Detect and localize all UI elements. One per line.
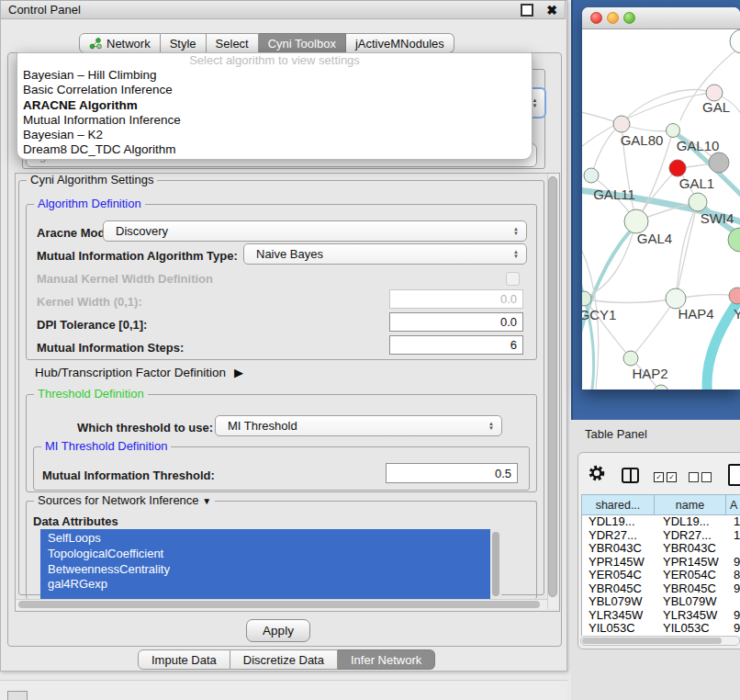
tab-cyni-toolbox[interactable]: Cyni Toolbox xyxy=(259,33,346,53)
table-row[interactable]: YER054CYER054C8. xyxy=(582,569,740,582)
aracne-mode-combo[interactable]: Discovery ▲▼ xyxy=(103,220,527,242)
data-attributes-list: SelfLoops TopologicalCoefficient Between… xyxy=(40,529,490,599)
tab-discretize-data[interactable]: Discretize Data xyxy=(230,649,338,670)
table-cell: YDR27... xyxy=(582,529,654,543)
table-cell: YDL19... xyxy=(582,515,654,529)
network-edge[interactable] xyxy=(584,299,676,303)
cyni-algorithm-settings-title: Cyni Algorithm Settings xyxy=(27,174,157,186)
document-icon[interactable] xyxy=(728,464,740,486)
close-icon[interactable]: ✖ xyxy=(546,4,557,17)
manual-kernel-checkbox xyxy=(506,272,520,286)
mi-steps-label: Mutual Information Steps: xyxy=(37,341,184,355)
network-edge[interactable] xyxy=(591,124,622,175)
minimize-traffic-light-icon[interactable] xyxy=(607,12,619,24)
mi-type-combo[interactable]: Naive Bayes ▲▼ xyxy=(243,243,527,265)
network-node[interactable] xyxy=(667,124,680,138)
dpi-tolerance-field[interactable]: 0.0 xyxy=(389,312,523,332)
node-label: GAL1 xyxy=(679,175,714,191)
network-canvas[interactable]: GALGAL80GAL10GAL11GAL1SWI4GAL4GCY1HAP4YH… xyxy=(582,29,740,390)
table-row[interactable]: YBL079WYBL079W xyxy=(582,595,740,609)
network-node[interactable] xyxy=(669,160,686,176)
close-traffic-light-icon[interactable] xyxy=(590,12,602,24)
select-all-columns-icon[interactable]: ✓ ✓ xyxy=(654,472,677,482)
table-cell: YLR345W xyxy=(582,609,654,623)
tab-impute-data[interactable]: Impute Data xyxy=(138,649,230,670)
network-icon xyxy=(89,38,102,50)
table-row[interactable]: YIL053CYIL053C9. xyxy=(582,622,740,636)
table-cell: 13 xyxy=(724,515,740,529)
dropdown-item[interactable]: Dream8 DC_TDC Algorithm xyxy=(17,142,532,157)
node-label: SWI4 xyxy=(701,210,734,226)
attributes-list-scrollbar-thumb[interactable] xyxy=(492,532,499,596)
collapse-down-arrow-icon: ▼ xyxy=(202,496,211,506)
control-panel-titlebar: Control Panel ✖ xyxy=(0,0,566,19)
column-header[interactable]: A xyxy=(726,495,740,514)
data-attributes-label: Data Attributes xyxy=(33,514,118,528)
kernel-width-label: Kernel Width (0,1): xyxy=(37,295,142,309)
hub-definition-expander[interactable]: Hub/Transcription Factor Definition ▶ xyxy=(35,366,243,379)
dropdown-item[interactable]: Bayesian – K2 xyxy=(17,128,532,142)
attribute-item-selected[interactable]: BetweennessCentrality xyxy=(40,562,490,578)
network-node[interactable] xyxy=(709,152,729,173)
dropdown-item[interactable]: Mutual Information Inference xyxy=(17,113,532,128)
table-header: shared... name A xyxy=(581,494,740,515)
tab-style[interactable]: Style xyxy=(161,33,207,53)
deselect-all-columns-icon[interactable] xyxy=(689,472,712,482)
dropdown-item[interactable]: Bayesian – Hill Climbing xyxy=(17,68,532,83)
sources-title-text: Sources for Network Inference xyxy=(38,493,199,507)
node-label: HAP4 xyxy=(678,306,713,322)
dropdown-item[interactable]: Basic Correlation Inference xyxy=(17,83,532,97)
network-window-titlebar xyxy=(582,7,740,29)
tab-infer-network[interactable]: Infer Network xyxy=(338,649,435,670)
table-row[interactable]: YDR27...YDR27...12 xyxy=(582,529,740,543)
network-node[interactable] xyxy=(623,351,638,366)
tab-network[interactable]: Network xyxy=(79,33,161,53)
table-body: YDL19...YDL19...13YDR27...YDR27...12YBR0… xyxy=(581,515,740,636)
network-edge[interactable] xyxy=(676,202,698,299)
network-node[interactable] xyxy=(729,288,740,304)
network-node[interactable] xyxy=(689,193,707,211)
network-node[interactable] xyxy=(613,116,630,132)
column-header[interactable]: name xyxy=(655,495,726,514)
float-window-icon[interactable] xyxy=(521,4,533,17)
attribute-item-selected[interactable]: TopologicalCoefficient xyxy=(40,547,490,562)
mi-threshold-field[interactable]: 0.5 xyxy=(386,463,518,483)
columns-icon[interactable] xyxy=(622,468,639,483)
combo-arrows-icon: ▲▼ xyxy=(488,422,494,431)
network-edge[interactable] xyxy=(631,299,676,358)
unchecked-box-icon xyxy=(701,472,712,482)
settings-vertical-scrollbar-thumb[interactable] xyxy=(548,176,557,597)
which-threshold-combo[interactable]: MI Threshold ▲▼ xyxy=(215,415,502,436)
table-row[interactable]: YLR345WYLR345W9. xyxy=(582,609,740,623)
network-node[interactable] xyxy=(730,29,740,53)
table-cell xyxy=(724,542,740,556)
table-cell: 9. xyxy=(724,609,740,623)
attribute-item-selected[interactable]: gal4RGexp xyxy=(40,577,490,593)
settings-horizontal-scrollbar-thumb[interactable] xyxy=(18,601,540,608)
table-row[interactable]: YBR045CYBR045C9. xyxy=(582,582,740,596)
table-row[interactable]: YBR043CYBR043C xyxy=(582,542,740,556)
zoom-traffic-light-icon[interactable] xyxy=(623,12,635,24)
table-row[interactable]: YDL19...YDL19...13 xyxy=(582,515,740,529)
tab-select[interactable]: Select xyxy=(207,33,259,53)
gear-icon[interactable] xyxy=(588,464,606,485)
node-label: GAL10 xyxy=(677,138,720,153)
control-panel-title: Control Panel xyxy=(8,3,81,17)
sources-group-title[interactable]: Sources for Network Inference ▼ xyxy=(34,494,215,508)
table-cell: YBR045C xyxy=(582,582,654,596)
table-row[interactable]: YPR145WYPR145W9. xyxy=(582,556,740,570)
table-horizontal-scrollbar-thumb[interactable] xyxy=(582,638,722,644)
hub-definition-label: Hub/Transcription Factor Definition xyxy=(35,366,226,379)
kernel-width-field: 0.0 xyxy=(389,289,523,309)
mi-steps-field[interactable]: 6 xyxy=(389,335,523,355)
tab-jactivemnodules[interactable]: jActiveMNodules xyxy=(346,33,454,53)
bottom-strip xyxy=(0,680,567,700)
attribute-item-selected[interactable]: SelfLoops xyxy=(40,531,490,547)
network-view-window: GALGAL80GAL10GAL11GAL1SWI4GAL4GCY1HAP4YH… xyxy=(582,7,740,390)
dropdown-item-selected[interactable]: ARACNE Algorithm xyxy=(17,98,532,113)
apply-button[interactable]: Apply xyxy=(246,619,310,642)
network-node[interactable] xyxy=(584,168,599,183)
algorithm-dropdown-popup: Select algorithm to view settings Bayesi… xyxy=(17,52,533,160)
table-cell: YIL053C xyxy=(582,622,654,636)
column-header[interactable]: shared... xyxy=(582,495,655,514)
